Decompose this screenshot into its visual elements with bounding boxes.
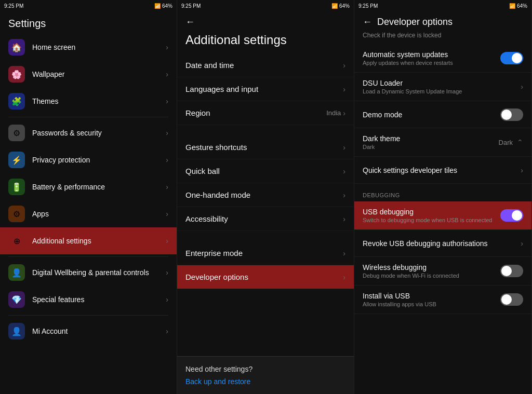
dev-item-text: Demo mode — [363, 111, 500, 119]
auto-updates-desc: Apply updates when device restarts — [363, 60, 495, 66]
wireless-debug-desc: Debug mode when Wi-Fi is connected — [363, 273, 495, 279]
dev-item-text: Quick settings developer tiles — [363, 166, 521, 174]
digital-icon: 👤 — [8, 264, 25, 281]
chevron-right-icon: › — [166, 129, 168, 137]
sidebar-item-miaccount[interactable]: 👤 Mi Account › — [0, 318, 177, 345]
status-bar-2: 9:25 PM 📶 64% — [177, 0, 354, 11]
sidebar-item-apps[interactable]: ⚙ Apps › — [0, 200, 177, 227]
sidebar-item-themes[interactable]: 🧩 Themes › — [0, 88, 177, 115]
languages-label: Languages and input — [185, 85, 343, 93]
chevron-right-icon: › — [166, 268, 168, 277]
chevron-icon: ⌃ — [517, 138, 523, 146]
developer-options-title: Developer options — [377, 17, 453, 28]
wallpaper-icon: 🌸 — [8, 66, 25, 83]
sidebar-item-passwords[interactable]: ⚙ Passwords & security › — [0, 119, 177, 146]
list-item-languages[interactable]: Languages and input › — [177, 77, 354, 101]
chevron-right-icon: › — [166, 97, 168, 105]
bottom-title: Need other settings? — [185, 365, 345, 373]
sidebar-item-digital[interactable]: 👤 Digital Wellbeing & parental controls … — [0, 259, 177, 286]
toggle-thumb — [501, 266, 512, 276]
toggle-thumb — [512, 210, 522, 221]
home-icon: 🏠 — [8, 39, 25, 56]
list-item-region[interactable]: Region India › — [177, 101, 354, 125]
chevron-right-icon: › — [166, 43, 168, 51]
sidebar-item-label: Digital Wellbeing & parental controls — [32, 268, 166, 277]
dsu-desc: Load a Dynamic System Update Image — [363, 88, 515, 94]
dev-item-quick-tiles[interactable]: Quick settings developer tiles › — [354, 157, 531, 184]
status-time-1: 9:25 PM — [4, 3, 23, 9]
sidebar-item-wallpaper[interactable]: 🌸 Wallpaper › — [0, 61, 177, 88]
miaccount-icon: 👤 — [8, 323, 25, 339]
sidebar-item-home-screen[interactable]: 🏠 Home screen › — [0, 34, 177, 61]
debugging-label: DEBUGGING — [354, 184, 531, 201]
chevron-right-icon: › — [343, 273, 345, 281]
chevron-right-icon: › — [343, 215, 345, 223]
dark-theme-value: Dark — [499, 139, 513, 146]
developer-options-panel: ← Developer options Check if the device … — [354, 0, 532, 394]
dev-item-usb-debug[interactable]: USB debugging Switch to debugging mode w… — [354, 201, 531, 230]
list-item-quickball[interactable]: Quick ball › — [177, 159, 354, 183]
chevron-right-icon: › — [166, 210, 168, 218]
usb-debug-toggle[interactable] — [500, 209, 523, 222]
chevron-right-icon: › — [166, 156, 168, 164]
chevron-right-icon: › — [343, 109, 345, 117]
demo-toggle[interactable] — [500, 108, 523, 121]
sidebar-item-additional[interactable]: ⊕ Additional settings › — [0, 227, 177, 254]
status-bar-1: 9:25 PM 📶 64% — [0, 0, 177, 11]
sidebar-item-special[interactable]: 💎 Special features › — [0, 286, 177, 313]
toggle-thumb — [501, 294, 512, 305]
dev-item-revoke-usb[interactable]: Revoke USB debugging authorisations › — [354, 230, 531, 257]
additional-settings-panel: ← Additional settings Date and time › La… — [177, 0, 354, 394]
list-item-date-time[interactable]: Date and time › — [177, 53, 354, 77]
privacy-icon: ⚡ — [8, 152, 25, 168]
sidebar-item-label: Passwords & security — [32, 129, 166, 137]
sidebar-item-label: Mi Account — [32, 327, 166, 335]
dev-item-dsu[interactable]: DSU Loader Load a Dynamic System Update … — [354, 73, 531, 101]
dev-item-dark-theme[interactable]: Dark theme Dark Dark ⌃ — [354, 128, 531, 157]
chevron-right-icon: › — [521, 83, 523, 91]
dev-item-demo[interactable]: Demo mode — [354, 101, 531, 128]
status-icons-2: 📶 64% — [331, 3, 350, 9]
dev-item-auto-updates[interactable]: Automatic system updates Apply updates w… — [354, 44, 531, 73]
install-usb-toggle[interactable] — [500, 293, 523, 306]
chevron-right-icon: › — [521, 166, 523, 174]
chevron-right-icon: › — [166, 237, 168, 245]
list-item-enterprise[interactable]: Enterprise mode › — [177, 241, 354, 265]
usb-debug-desc: Switch to debugging mode when USB is con… — [363, 217, 495, 223]
revoke-usb-right: › — [521, 239, 523, 248]
settings-title: Settings — [0, 11, 177, 34]
quick-tiles-title: Quick settings developer tiles — [363, 166, 515, 174]
back-button[interactable]: ← — [185, 17, 195, 28]
chevron-right-icon: › — [343, 61, 345, 70]
apps-icon: ⚙ — [8, 206, 25, 222]
special-icon: 💎 — [8, 291, 25, 308]
settings-panel: Settings 🏠 Home screen › 🌸 Wallpaper › 🧩… — [0, 0, 177, 394]
install-usb-title: Install via USB — [363, 292, 495, 300]
auto-updates-title: Automatic system updates — [363, 50, 495, 59]
list-item-gesture[interactable]: Gesture shortcuts › — [177, 135, 354, 159]
divider — [8, 256, 168, 257]
toggle-thumb — [501, 110, 512, 120]
dev-item-wireless-debug[interactable]: Wireless debugging Debug mode when Wi-Fi… — [354, 257, 531, 286]
back-button[interactable]: ← — [363, 17, 372, 28]
sidebar-item-privacy[interactable]: ⚡ Privacy protection › — [0, 146, 177, 173]
additional-settings-list: Date and time › Languages and input › Re… — [177, 53, 354, 356]
chevron-right-icon: › — [343, 191, 345, 199]
list-item-accessibility[interactable]: Accessibility › — [177, 207, 354, 231]
chevron-right-icon: › — [166, 327, 168, 335]
chevron-right-icon: › — [166, 295, 168, 304]
auto-updates-toggle[interactable] — [500, 52, 523, 64]
wireless-debug-toggle[interactable] — [500, 265, 523, 277]
chevron-right-icon: › — [343, 249, 345, 257]
developer-label: Developer options — [185, 273, 343, 281]
chevron-right-icon: › — [343, 143, 345, 152]
dev-item-install-usb[interactable]: Install via USB Allow installing apps vi… — [354, 286, 531, 314]
sidebar-item-label: Additional settings — [32, 237, 166, 245]
backup-restore-link[interactable]: Back up and restore — [185, 377, 345, 386]
install-usb-desc: Allow installing apps via USB — [363, 301, 495, 307]
list-item-developer[interactable]: Developer options › — [177, 265, 354, 289]
region-value: India — [326, 109, 341, 117]
sidebar-item-battery[interactable]: 🔋 Battery & performance › — [0, 173, 177, 200]
developer-options-list: Automatic system updates Apply updates w… — [354, 44, 531, 394]
list-item-onehanded[interactable]: One-handed mode › — [177, 183, 354, 207]
